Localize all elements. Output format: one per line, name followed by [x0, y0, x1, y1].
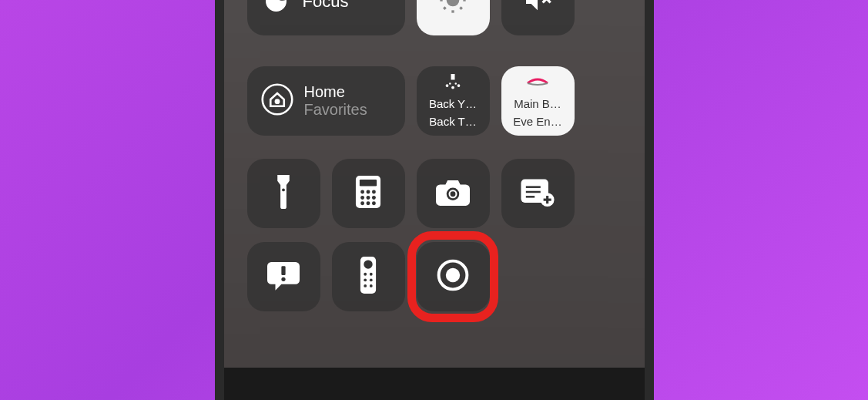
tv-remote-icon	[360, 257, 377, 297]
sun-icon	[437, 0, 468, 18]
svg-point-49	[364, 284, 367, 287]
row-1: Focus	[247, 0, 622, 35]
svg-point-45	[364, 273, 367, 276]
row-2: Home Favorites Back Y… Back T… Main B…	[247, 66, 622, 136]
mute-button[interactable]	[501, 0, 575, 35]
flashlight-icon	[273, 175, 294, 212]
svg-point-30	[372, 201, 376, 205]
focus-button[interactable]: Focus	[247, 0, 405, 35]
scene-main-button[interactable]: Main B… Eve En…	[501, 66, 575, 136]
scene-line-2: Back T…	[423, 115, 484, 128]
scene-line-2: Eve En…	[508, 115, 568, 128]
svg-point-17	[449, 82, 451, 85]
svg-rect-13	[451, 74, 455, 80]
svg-rect-41	[281, 266, 285, 275]
svg-point-28	[360, 201, 364, 205]
svg-point-0	[447, 0, 457, 5]
svg-point-33	[451, 191, 456, 197]
scene-line-1: Main B…	[508, 97, 568, 110]
home-button[interactable]: Home Favorites	[247, 66, 405, 136]
svg-point-12	[275, 100, 278, 103]
svg-line-4	[460, 7, 461, 8]
focus-label: Focus	[303, 0, 349, 12]
calculator-icon	[355, 176, 381, 211]
svg-point-14	[446, 84, 449, 87]
note-plus-icon	[521, 177, 555, 210]
svg-point-50	[370, 284, 373, 287]
phone-frame: Focus	[215, 0, 654, 400]
svg-point-22	[360, 190, 364, 194]
svg-point-44	[364, 260, 372, 268]
svg-rect-21	[360, 180, 377, 187]
svg-point-42	[281, 277, 285, 281]
row-3	[247, 159, 622, 228]
flashlight-button[interactable]	[247, 159, 320, 228]
scene-line-1: Back Y…	[423, 97, 484, 110]
svg-point-47	[364, 278, 367, 281]
home-title: Home	[304, 83, 367, 101]
svg-point-19	[282, 188, 285, 191]
speaker-muted-icon	[522, 0, 553, 18]
brightness-button[interactable]	[417, 0, 490, 35]
svg-point-46	[370, 273, 373, 276]
svg-line-7	[444, 7, 445, 8]
remote-button[interactable]	[332, 242, 405, 311]
light-strip-icon	[526, 74, 549, 92]
camera-button[interactable]	[417, 159, 490, 228]
svg-point-23	[367, 190, 370, 194]
highlight-annotation	[407, 231, 498, 322]
home-subtitle: Favorites	[304, 101, 367, 119]
svg-point-16	[457, 84, 461, 87]
svg-point-25	[360, 196, 364, 200]
svg-point-27	[372, 196, 376, 200]
control-center-screen: Focus	[224, 0, 645, 368]
svg-point-48	[370, 278, 373, 281]
moon-icon	[261, 0, 292, 17]
svg-point-29	[367, 201, 370, 205]
row-4	[247, 242, 622, 311]
feedback-button[interactable]	[247, 242, 320, 311]
home-icon	[261, 83, 293, 119]
scene-back-button[interactable]: Back Y… Back T…	[417, 66, 490, 136]
svg-point-26	[367, 196, 370, 200]
svg-point-18	[455, 82, 457, 85]
camera-icon	[436, 178, 470, 209]
quick-note-button[interactable]	[501, 159, 575, 228]
feedback-icon	[267, 260, 300, 294]
svg-point-15	[451, 86, 454, 89]
svg-point-24	[372, 190, 376, 194]
sprinkler-icon	[441, 74, 464, 92]
calculator-button[interactable]	[332, 159, 405, 228]
